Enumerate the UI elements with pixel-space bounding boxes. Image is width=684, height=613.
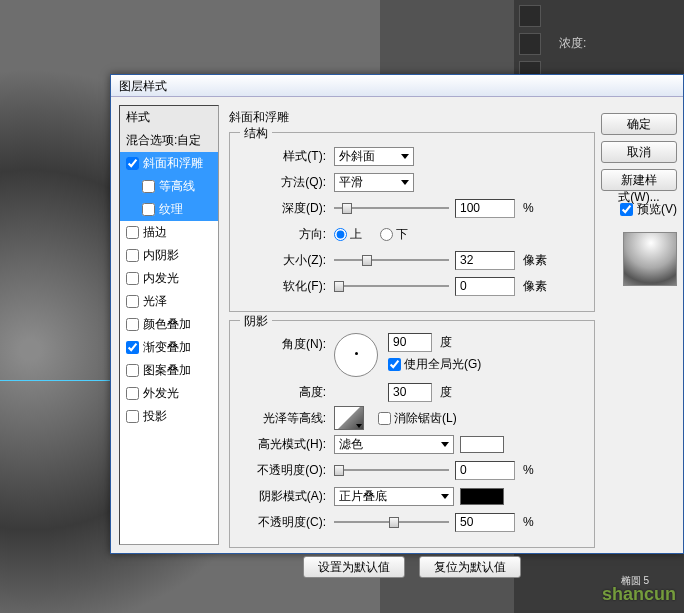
highlight-mode-label: 高光模式(H): [242,436,326,453]
depth-slider[interactable] [334,199,449,217]
shadow-opacity-unit: % [523,515,553,529]
new-style-button[interactable]: 新建样式(W)... [601,169,677,191]
highlight-opacity-slider[interactable] [334,461,449,479]
main-panel: 斜面和浮雕 结构 样式(T): 外斜面 方法(Q): 平滑 深度(D): 100… [219,105,603,545]
altitude-label: 高度: [242,384,326,401]
highlight-mode-dropdown[interactable]: 滤色 [334,435,454,454]
sidebar-item-grad-overlay[interactable]: 渐变叠加 [120,336,218,359]
direction-down-radio[interactable]: 下 [380,226,408,243]
highlight-color-swatch[interactable] [460,436,504,453]
shadow-mode-label: 阴影模式(A): [242,488,326,505]
make-default-button[interactable]: 设置为默认值 [303,556,405,578]
grad-overlay-checkbox[interactable] [126,341,139,354]
preview-swatch [623,232,677,286]
angle-unit: 度 [440,334,470,351]
guide-line [0,380,112,381]
anti-alias-checkbox[interactable]: 消除锯齿(L) [378,410,457,427]
shading-legend: 阴影 [240,313,272,330]
shading-group: 阴影 角度(N): 90 度 使用全局光(G) 高度: 30 [229,320,595,548]
depth-input[interactable]: 100 [455,199,515,218]
pattern-overlay-checkbox[interactable] [126,364,139,377]
depth-label: 深度(D): [242,200,326,217]
direction-up-radio[interactable]: 上 [334,226,362,243]
shadow-opacity-slider[interactable] [334,513,449,531]
global-light-checkbox[interactable]: 使用全局光(G) [388,356,481,373]
angle-input[interactable]: 90 [388,333,432,352]
structure-legend: 结构 [240,125,272,142]
size-label: 大小(Z): [242,252,326,269]
method-label: 方法(Q): [242,174,326,191]
panel-title: 斜面和浮雕 [229,109,595,126]
dropdown-arrow-icon [401,154,409,159]
color-overlay-checkbox[interactable] [126,318,139,331]
soften-unit: 像素 [523,278,553,295]
reset-default-button[interactable]: 复位为默认值 [419,556,521,578]
bevel-checkbox[interactable] [126,157,139,170]
shadow-mode-dropdown[interactable]: 正片叠底 [334,487,454,506]
sidebar-item-pattern-overlay[interactable]: 图案叠加 [120,359,218,382]
sidebar-item-bevel[interactable]: 斜面和浮雕 [120,152,218,175]
dialog-title: 图层样式 [119,79,167,93]
altitude-unit: 度 [440,384,470,401]
sidebar-item-styles[interactable]: 样式 [120,106,218,129]
dropdown-arrow-icon [356,424,362,428]
stroke-checkbox[interactable] [126,226,139,239]
sidebar-item-satin[interactable]: 光泽 [120,290,218,313]
sidebar-item-contour[interactable]: 等高线 [120,175,218,198]
method-dropdown[interactable]: 平滑 [334,173,414,192]
shadow-opacity-input[interactable]: 50 [455,513,515,532]
layer-style-dialog: 图层样式 样式 混合选项:自定 斜面和浮雕 等高线 纹理 描边 内阴影 内发光 … [110,74,684,554]
angle-dial[interactable] [334,333,378,377]
watermark-text: shancun [602,584,676,605]
dropdown-arrow-icon [441,442,449,447]
shadow-opacity-label: 不透明度(C): [242,514,326,531]
ok-button[interactable]: 确定 [601,113,677,135]
highlight-opacity-input[interactable]: 0 [455,461,515,480]
soften-slider[interactable] [334,277,449,295]
sidebar-item-stroke[interactable]: 描边 [120,221,218,244]
inner-glow-checkbox[interactable] [126,272,139,285]
sidebar-item-blend[interactable]: 混合选项:自定 [120,129,218,152]
size-slider[interactable] [334,251,449,269]
density-label: 浓度: [559,35,586,52]
angle-label: 角度(N): [242,336,326,353]
sidebar-item-drop-shadow[interactable]: 投影 [120,405,218,428]
outer-glow-checkbox[interactable] [126,387,139,400]
style-dropdown[interactable]: 外斜面 [334,147,414,166]
satin-checkbox[interactable] [126,295,139,308]
structure-group: 结构 样式(T): 外斜面 方法(Q): 平滑 深度(D): 100 % 方向: [229,132,595,312]
sidebar-item-outer-glow[interactable]: 外发光 [120,382,218,405]
drop-shadow-checkbox[interactable] [126,410,139,423]
highlight-opacity-label: 不透明度(O): [242,462,326,479]
style-label: 样式(T): [242,148,326,165]
dialog-buttons-column: 确定 取消 新建样式(W)... 预览(V) [603,105,683,545]
preview-checkbox[interactable]: 预览(V) [620,201,677,218]
soften-input[interactable]: 0 [455,277,515,296]
size-input[interactable]: 32 [455,251,515,270]
cancel-button[interactable]: 取消 [601,141,677,163]
dropdown-arrow-icon [441,494,449,499]
sidebar-item-inner-glow[interactable]: 内发光 [120,267,218,290]
depth-unit: % [523,201,553,215]
sidebar-item-texture[interactable]: 纹理 [120,198,218,221]
gloss-contour-picker[interactable] [334,406,364,430]
shadow-color-swatch[interactable] [460,488,504,505]
size-unit: 像素 [523,252,553,269]
panel-icon[interactable] [519,33,541,55]
inner-shadow-checkbox[interactable] [126,249,139,262]
sidebar-item-color-overlay[interactable]: 颜色叠加 [120,313,218,336]
highlight-opacity-unit: % [523,463,553,477]
dialog-titlebar[interactable]: 图层样式 [111,75,683,97]
sidebar-item-inner-shadow[interactable]: 内阴影 [120,244,218,267]
dropdown-arrow-icon [401,180,409,185]
direction-label: 方向: [242,226,326,243]
panel-icon[interactable] [519,5,541,27]
altitude-input[interactable]: 30 [388,383,432,402]
styles-sidebar: 样式 混合选项:自定 斜面和浮雕 等高线 纹理 描边 内阴影 内发光 光泽 颜色… [119,105,219,545]
soften-label: 软化(F): [242,278,326,295]
contour-checkbox[interactable] [142,180,155,193]
gloss-contour-label: 光泽等高线: [242,410,326,427]
texture-checkbox[interactable] [142,203,155,216]
